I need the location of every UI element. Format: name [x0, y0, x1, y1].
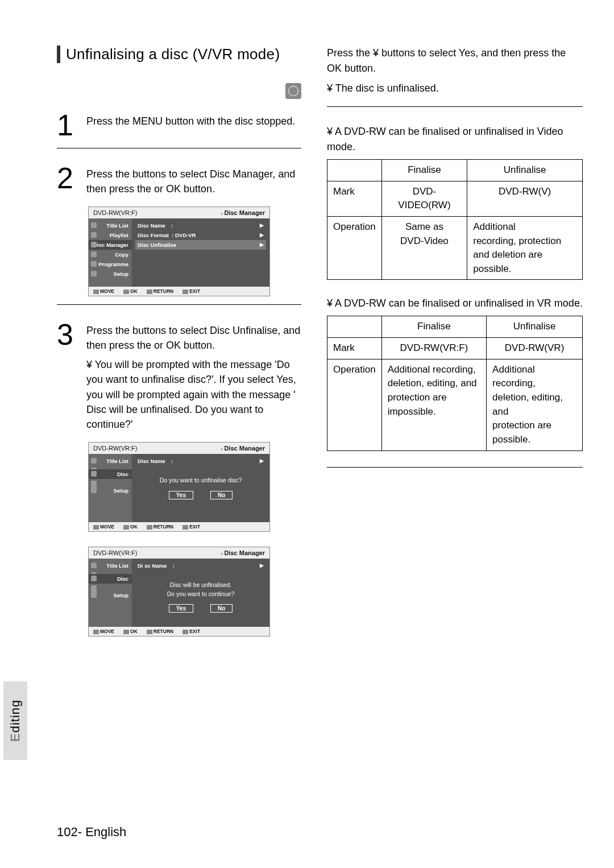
- osd-title-left: DVD-RW(VR:F): [93, 209, 137, 216]
- osd-side-item: Setup: [114, 592, 128, 598]
- osd-side-item: Title List: [106, 222, 128, 229]
- osd-row-label: Disc Name: [138, 222, 165, 229]
- divider: [327, 106, 583, 107]
- video-mode-table: Finalise Unfinalise Mark DVD-VIDEO(RW) D…: [327, 159, 583, 280]
- instruction-text: Press the ¥ buttons to select Yes, and t…: [327, 46, 583, 76]
- osd-row-label: Disc Name: [138, 458, 165, 464]
- result-text: ¥ The disc is unfinalised.: [327, 81, 583, 96]
- section-tab: Editing: [3, 681, 27, 760]
- osd-side-item: Disc Manager: [93, 242, 128, 248]
- osd-confirm-continue: DVD-RW(VR:F) ○Disc Manager Title List Di…: [88, 547, 270, 636]
- step-text: Press the buttons to select Disc Unfinal…: [86, 323, 301, 353]
- osd-titlebar: DVD-RW(VR:F) ○Disc Manager: [89, 207, 269, 218]
- section-title: Unfinalising a disc (V/VR mode): [57, 46, 301, 63]
- osd-side-item: Setup: [114, 487, 128, 494]
- divider: [327, 467, 583, 468]
- note-text: ¥ A DVD-RW can be finalised or unfinalis…: [327, 296, 583, 311]
- osd-title-left: DVD-RW(VR:F): [93, 549, 137, 556]
- step-text: Press the buttons to select Disc Manager…: [86, 163, 301, 196]
- step-1: 1 Press the MENU button with the disc st…: [57, 110, 301, 140]
- osd-title-right: Disc Manager: [224, 209, 265, 216]
- chevron-right-icon: ▶: [260, 563, 264, 569]
- osd-title-left: DVD-RW(VR:F): [93, 445, 137, 452]
- osd-side-item: Title List: [106, 563, 128, 569]
- yes-button[interactable]: Yes: [169, 604, 193, 613]
- osd-footer: MOVE OK RETURN EXIT: [89, 287, 269, 296]
- vr-mode-table: Finalise Unfinalise Mark DVD-RW(VR:F) DV…: [327, 316, 583, 450]
- no-button[interactable]: No: [210, 604, 233, 613]
- osd-row-label: Disc Format: [138, 232, 169, 238]
- step-text: Press the MENU button with the disc stop…: [86, 110, 301, 140]
- osd-side-item: Programme: [98, 261, 128, 267]
- page-footer: 102- English: [57, 825, 126, 840]
- osd-side-item: Title List: [106, 458, 128, 464]
- no-button[interactable]: No: [210, 491, 233, 499]
- osd-row-label: Di sc Name: [138, 563, 167, 569]
- osd-side-item: Playlist: [110, 232, 128, 238]
- chevron-right-icon: ▶: [260, 242, 264, 248]
- osd-side-item: Copy: [115, 251, 128, 258]
- note-text: ¥ A DVD-RW can be finalised or unfinalis…: [327, 124, 583, 155]
- osd-disc-manager-menu: DVD-RW(VR:F) ○Disc Manager Title List Pl…: [88, 206, 270, 296]
- divider: [57, 304, 301, 305]
- dvd-rw-badge-icon: [285, 83, 301, 99]
- osd-prompt: Do you want to continue?: [140, 590, 262, 599]
- osd-prompt: Disc will be unfinalised.: [140, 581, 262, 590]
- osd-title-right: Disc Manager: [224, 445, 265, 452]
- step-3: 3 Press the buttons to select Disc Unfin…: [57, 320, 301, 432]
- yes-button[interactable]: Yes: [169, 491, 193, 499]
- osd-sidebar: Title List Playlist Disc Manager Copy Pr…: [89, 218, 132, 287]
- step-number: 2: [57, 163, 78, 196]
- chevron-right-icon: ▶: [260, 232, 264, 238]
- osd-confirm-unfinalise: DVD-RW(VR:F) ○Disc Manager Title List Di…: [88, 442, 270, 532]
- step-number: 1: [57, 110, 78, 140]
- osd-side-item: Disc: [117, 576, 128, 582]
- step-2: 2 Press the buttons to select Disc Manag…: [57, 163, 301, 196]
- chevron-right-icon: ▶: [260, 458, 264, 464]
- osd-side-item: Setup: [114, 271, 128, 277]
- chevron-right-icon: ▶: [260, 222, 264, 229]
- step-bullet: ¥ You will be prompted with the message …: [86, 357, 301, 431]
- osd-prompt: Do you want to unfinalise disc?: [135, 466, 266, 491]
- osd-title-right: Disc Manager: [224, 549, 265, 556]
- divider: [57, 148, 301, 148]
- step-number: 3: [57, 320, 78, 432]
- osd-side-item: Disc: [117, 471, 128, 477]
- osd-row-label: Disc Unfinalise: [138, 242, 176, 248]
